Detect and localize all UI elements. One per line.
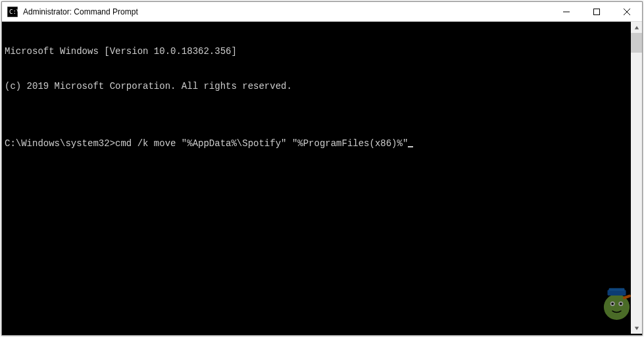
window-title: Administrator: Command Prompt (23, 7, 551, 16)
svg-point-12 (620, 303, 622, 305)
output-line: (c) 2019 Microsoft Corporation. All righ… (5, 81, 639, 93)
svg-point-11 (611, 303, 614, 305)
minimize-button[interactable] (551, 2, 582, 22)
command-prompt-window: C:\ Administrator: Command Prompt Micros… (1, 1, 643, 336)
scroll-up-button[interactable] (631, 22, 642, 33)
command-input[interactable]: cmd /k move "%AppData%\Spotify" "%Progra… (115, 138, 408, 149)
scroll-track[interactable] (631, 33, 642, 323)
svg-rect-15 (609, 288, 625, 291)
prompt-line: C:\Windows\system32>cmd /k move "%AppDat… (5, 138, 639, 150)
maximize-button[interactable] (582, 2, 612, 22)
watermark-logo (591, 282, 637, 330)
close-button[interactable] (612, 2, 642, 22)
scroll-thumb[interactable] (631, 33, 642, 53)
svg-rect-3 (594, 9, 600, 15)
terminal-area[interactable]: Microsoft Windows [Version 10.0.18362.35… (2, 22, 642, 335)
window-controls (551, 2, 642, 21)
output-line: Microsoft Windows [Version 10.0.18362.35… (5, 46, 639, 58)
svg-marker-6 (634, 26, 638, 29)
titlebar[interactable]: C:\ Administrator: Command Prompt (2, 2, 642, 22)
svg-text:C:\: C:\ (9, 9, 18, 15)
cmd-icon: C:\ (7, 7, 18, 17)
cursor (408, 146, 413, 147)
prompt-text: C:\Windows\system32> (5, 138, 115, 149)
